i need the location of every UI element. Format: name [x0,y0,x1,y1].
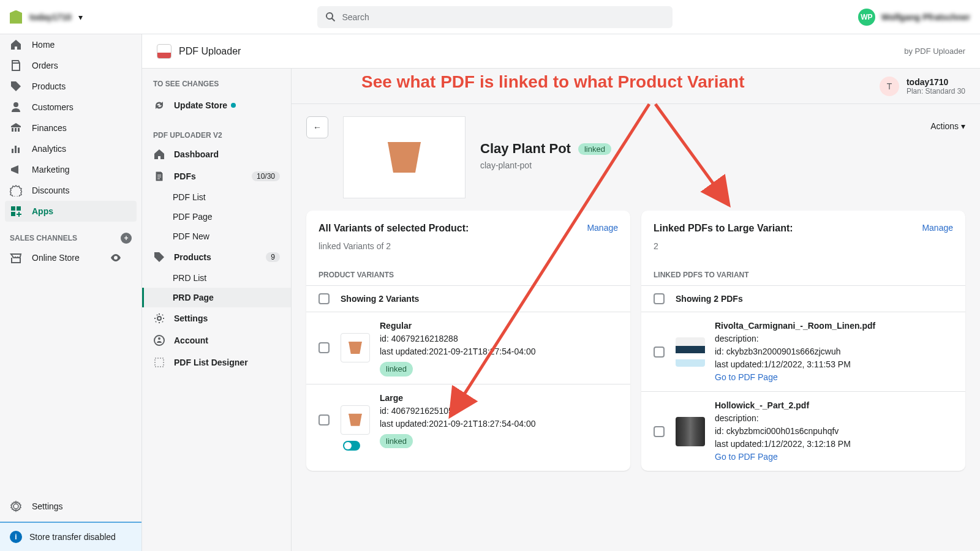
app-icon [157,44,172,59]
sb-prd-list[interactable]: PRD List [142,268,291,288]
variant-name: Large [380,392,618,405]
variant-updated: last updated:2021-09-21T18:27:54-04:00 [380,345,618,358]
gear-icon [10,500,22,512]
select-all-checkbox[interactable] [318,293,330,304]
showing-pdfs: Showing 2 PDFs [676,294,743,304]
shopify-logo [10,10,22,24]
variant-row[interactable]: Large id: 40679216251056 last updated:20… [306,384,630,461]
sb-account[interactable]: Account [142,329,291,351]
update-store-button[interactable]: Update Store [142,94,291,121]
pdf-checkbox[interactable] [654,426,665,437]
variant-row[interactable]: Regular id: 40679216218288 last updated:… [306,312,630,384]
pdf-desc: description: [715,412,953,425]
pdfs-card: Linked PDFs to Large Variant: Manage 2 L… [641,211,965,471]
pdf-row[interactable]: Rivolta_Carmignani_-_Room_Linen.pdf desc… [641,312,965,391]
variant-updated: last updated:2021-09-21T18:27:54-04:00 [380,418,618,430]
sb-designer[interactable]: PDF List Designer [142,351,291,373]
sales-channels-title: SALES CHANNELS+ [0,222,141,247]
search-input[interactable]: Search [317,6,673,28]
nav-customers[interactable]: Customers [0,97,141,118]
search-icon [325,11,337,23]
app-sidebar: TO SEE CHANGES Update Store PDF UPLOADER… [142,69,292,551]
variant-thumb [341,405,370,435]
variant-toggle[interactable] [343,441,360,451]
sb-pdf-page[interactable]: PDF Page [142,207,291,227]
variants-manage-link[interactable]: Manage [587,223,618,234]
info-icon: i [10,531,22,543]
sb-dashboard[interactable]: Dashboard [142,143,291,165]
nav-orders[interactable]: Orders [0,55,141,76]
select-all-checkbox[interactable] [654,293,665,304]
variants-title: All Variants of selected Product: [318,223,469,234]
product-title: Clay Plant Pot linked [480,141,611,157]
user-avatar[interactable]: WP [858,9,875,26]
variant-checkbox[interactable] [318,414,330,425]
pdf-checkbox[interactable] [654,347,665,358]
orders-icon [10,59,22,72]
variant-id: id: 40679216251056 [380,405,618,418]
pdf-row[interactable]: Hollowick_-_Part_2.pdf description: id: … [641,391,965,471]
nav-analytics[interactable]: Analytics [0,138,141,159]
store-name: today1710 [907,77,965,87]
store-selector[interactable]: today1710 [29,12,71,22]
products-count: 9 [266,252,280,262]
home-icon [10,39,22,51]
apps-icon [10,205,22,217]
nav-marketing[interactable]: Marketing [0,159,141,180]
add-channel-button[interactable]: + [121,233,132,244]
nav-products[interactable]: Products [0,76,141,97]
user-name[interactable]: Wolfgang Pfratschner [881,12,970,22]
gear-icon [153,312,165,324]
showing-variants: Showing 2 Variants [341,294,419,304]
section-title: PDF UPLOADER V2 [142,121,291,143]
pdfs-sub: 2 [641,241,965,262]
pdf-updated: last updated:1/12/2022, 3:11:53 PM [715,358,953,371]
sb-products[interactable]: Products9 [142,246,291,268]
sb-pdf-list[interactable]: PDF List [142,187,291,207]
eye-icon[interactable] [110,252,122,264]
variant-thumb [341,333,370,362]
sync-icon [153,99,165,111]
transfer-banner[interactable]: i Store transfer disabled [0,522,141,551]
app-by: by PDF Uploader [904,47,965,56]
variants-sub: linked Variants of 2 [306,241,630,262]
nav-discounts[interactable]: Discounts [0,180,141,201]
app-header: PDF Uploader by PDF Uploader [142,34,980,69]
file-icon [153,170,165,182]
discount-icon [10,184,22,197]
sb-pdfs[interactable]: PDFs10/30 [142,165,291,187]
annotation-text: See what PDF is linked to what Product V… [361,72,744,92]
app-title: PDF Uploader [179,46,241,57]
sb-settings[interactable]: Settings [142,307,291,329]
bank-icon [10,122,22,134]
nav-apps[interactable]: Apps [5,201,137,222]
pdf-name: Hollowick_-_Part_2.pdf [715,399,953,412]
product-image [343,116,466,198]
pdf-link[interactable]: Go to PDF Page [715,452,778,462]
variant-linked-badge: linked [380,434,413,449]
actions-button[interactable]: Actions ▾ [930,116,965,131]
tag-icon [153,251,165,263]
pdf-id: id: ckybzbmci000h01s6cnpuhqfv [715,425,953,438]
pdfs-title: Linked PDFs to Large Variant: [654,223,793,234]
variant-checkbox[interactable] [318,342,330,353]
pdf-thumb [676,337,705,367]
bars-icon [10,143,22,155]
nav-online-store[interactable]: Online Store [0,247,141,268]
home-icon [153,148,165,160]
sb-prd-page[interactable]: PRD Page [142,288,291,307]
chevron-down-icon[interactable]: ▾ [78,12,83,22]
store-icon [10,252,22,264]
nav-home[interactable]: Home [0,34,141,55]
variants-card: All Variants of selected Product: Manage… [306,211,630,471]
nav-finances[interactable]: Finances [0,118,141,138]
back-button[interactable]: ← [306,116,328,138]
nav-settings[interactable]: Settings [0,496,141,517]
product-slug: clay-plant-pot [480,160,611,170]
sb-pdf-new[interactable]: PDF New [142,227,291,246]
left-sidebar: Home Orders Products Customers Finances … [0,34,142,551]
pdf-link[interactable]: Go to PDF Page [715,372,778,382]
pdfs-manage-link[interactable]: Manage [922,223,953,234]
variant-linked-badge: linked [380,362,413,377]
layout-icon [153,356,165,369]
